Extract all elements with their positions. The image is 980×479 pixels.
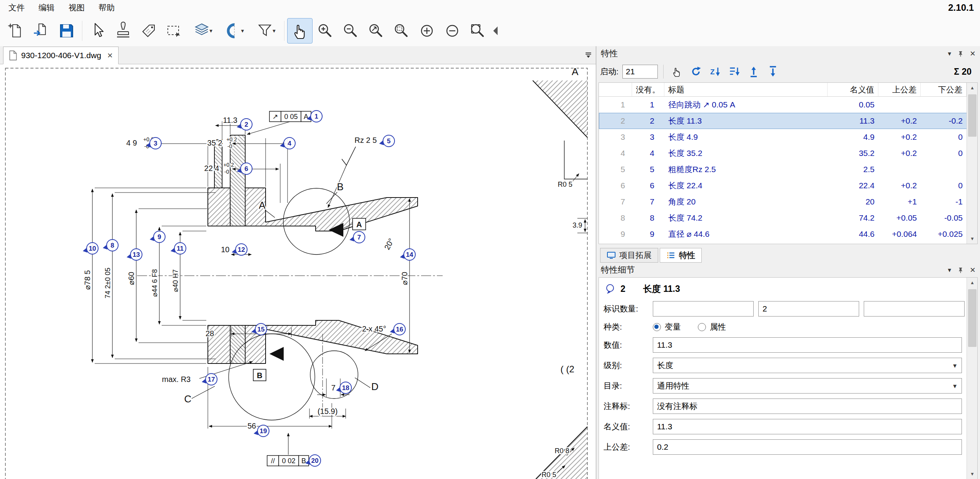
zoom-selection-button[interactable] (465, 18, 490, 44)
id-count-input-2[interactable] (758, 301, 859, 317)
tag-button[interactable] (136, 18, 161, 44)
sort-button[interactable]: Z (707, 64, 723, 79)
table-row[interactable]: 22长度 11.311.3+0.2-0.2 (599, 113, 977, 129)
column-header-2[interactable]: 标题 (664, 83, 828, 96)
start-input[interactable] (622, 65, 658, 79)
pin-icon[interactable] (957, 50, 964, 57)
zoom-window-button[interactable] (389, 18, 414, 44)
drawing-canvas[interactable]: ↗0 05A//0 02B AB 11.34 9+0 2-035 2+0 2-0… (0, 64, 596, 479)
table-row[interactable]: 11径向跳动 ↗ 0.05 A0.05 (599, 97, 977, 113)
document-tab[interactable]: 930-1200-406-V1.dwg × (3, 47, 119, 64)
tab-list-button[interactable] (585, 51, 592, 60)
layers-button[interactable]: ▾ (187, 18, 218, 44)
field-input[interactable] (653, 399, 962, 414)
tab-close-icon[interactable]: × (107, 51, 113, 60)
chevron-down-icon[interactable]: ▾ (209, 27, 212, 34)
increase-button[interactable] (414, 18, 440, 44)
numbering-list-button[interactable] (727, 64, 742, 79)
column-header-1[interactable]: 没有。 (632, 83, 664, 96)
scroll-down-icon[interactable]: ▼ (967, 469, 978, 479)
svg-text:5: 5 (387, 137, 390, 145)
panel-tabs: 项目拓展特性 (596, 244, 980, 263)
select-field[interactable]: 通用特性▼ (653, 378, 962, 394)
balloon-9[interactable]: 9 (150, 231, 165, 243)
scroll-up-icon[interactable]: ▲ (967, 83, 978, 93)
cell-ttl: 长度 22.4 (664, 180, 828, 191)
tab-characteristics[interactable]: 特性 (660, 248, 702, 263)
table-row[interactable]: 99直径 ⌀ 44.644.6+0.064+0.025 (599, 226, 977, 242)
decrease-button[interactable] (440, 18, 465, 44)
move-down-button[interactable] (765, 64, 781, 79)
menu-item-2[interactable]: 编辑 (32, 2, 62, 13)
select-cursor-button[interactable] (85, 18, 110, 44)
radio-unchecked[interactable] (698, 323, 706, 331)
balloon-13[interactable]: 13 (127, 249, 142, 260)
detail-item-title: 长度 11.3 (643, 283, 680, 295)
new-document-button[interactable] (3, 18, 28, 44)
balloon-4[interactable]: 4 (280, 137, 295, 149)
open-document-button[interactable] (28, 18, 54, 44)
balloon-7[interactable]: 7 (350, 231, 365, 243)
stamp-button[interactable] (110, 18, 136, 44)
collapse-toolbar-button[interactable] (490, 18, 502, 44)
id-count-input-3[interactable] (864, 301, 965, 317)
balloon-18[interactable]: 18 (336, 382, 351, 394)
field-input[interactable] (653, 419, 962, 434)
balloon-16[interactable]: 16 (390, 323, 405, 335)
radio-checked[interactable] (653, 323, 661, 331)
balloon-12[interactable]: 12 (232, 244, 247, 255)
chevron-down-icon[interactable]: ▾ (241, 27, 244, 34)
balloon-2[interactable]: 2 (237, 119, 252, 130)
radio-option[interactable]: 属性 (698, 322, 726, 332)
select-field[interactable]: 长度▼ (653, 358, 962, 373)
balloon-17[interactable]: 17 (202, 373, 217, 385)
panel-menu-chevron-icon[interactable]: ▾ (948, 266, 951, 274)
details-scrollbar[interactable]: ▲ ▼ (967, 278, 977, 479)
table-row[interactable]: 77角度 2020+1-1 (599, 194, 977, 210)
table-row[interactable]: 44长度 35.235.2+0.20 (599, 145, 977, 161)
arc-tool-button[interactable]: ▾ (218, 18, 250, 44)
field-label: 目录: (604, 380, 653, 391)
table-row[interactable]: 55粗糙度Rz 2.52.5 (599, 161, 977, 178)
menu-item-3[interactable]: 视图 (62, 2, 92, 13)
radio-option[interactable]: 变量 (653, 322, 681, 332)
scroll-up-icon[interactable]: ▲ (967, 278, 978, 288)
panel-close-icon[interactable]: × (970, 48, 975, 59)
balloon-8[interactable]: 8 (103, 240, 118, 251)
zoom-out-button[interactable] (338, 18, 363, 44)
pan-hand-button[interactable] (287, 18, 313, 44)
scroll-thumb[interactable] (968, 289, 977, 347)
table-row[interactable]: 33长度 4.94.9+0.20 (599, 129, 977, 145)
panel-close-icon[interactable]: × (970, 265, 975, 275)
table-scrollbar[interactable]: ▲ ▼ (967, 83, 977, 244)
balloon-14[interactable]: 14 (400, 249, 415, 260)
menu-item-4[interactable]: 帮助 (92, 2, 122, 13)
tab-project-extension[interactable]: 项目拓展 (600, 248, 658, 263)
menu-item-1[interactable]: 文件 (2, 2, 32, 13)
field-input[interactable] (653, 337, 962, 353)
table-row[interactable]: 88长度 74.274.2+0.05-0.05 (599, 210, 977, 226)
scroll-down-icon[interactable]: ▼ (967, 234, 978, 244)
chevron-down-icon[interactable]: ▾ (273, 27, 276, 34)
move-up-button[interactable] (746, 64, 761, 79)
scroll-thumb[interactable] (968, 94, 977, 137)
pick-hand-button[interactable] (669, 64, 684, 79)
zoom-extents-button[interactable] (363, 18, 389, 44)
save-button[interactable] (54, 18, 79, 44)
marquee-select-button[interactable] (161, 18, 187, 44)
renumber-button[interactable] (688, 64, 704, 79)
balloon-5[interactable]: 5 (379, 135, 395, 147)
panel-menu-chevron-icon[interactable]: ▾ (948, 50, 951, 58)
column-header-5[interactable]: 下公差 (921, 83, 967, 96)
pin-icon[interactable] (957, 267, 964, 273)
table-row[interactable]: 66长度 22.422.4+0.20 (599, 178, 977, 194)
balloon-11[interactable]: 11 (171, 243, 186, 254)
balloon-10[interactable]: 10 (83, 243, 98, 254)
id-count-input-1[interactable] (653, 301, 754, 317)
properties-panel-header: 特性 ▾ × (596, 46, 980, 61)
column-header-4[interactable]: 上公差 (878, 83, 921, 96)
zoom-in-button[interactable] (313, 18, 338, 44)
field-input[interactable] (653, 439, 962, 455)
column-header-3[interactable]: 名义值 (828, 83, 878, 96)
filter-button[interactable]: ▾ (250, 18, 281, 44)
